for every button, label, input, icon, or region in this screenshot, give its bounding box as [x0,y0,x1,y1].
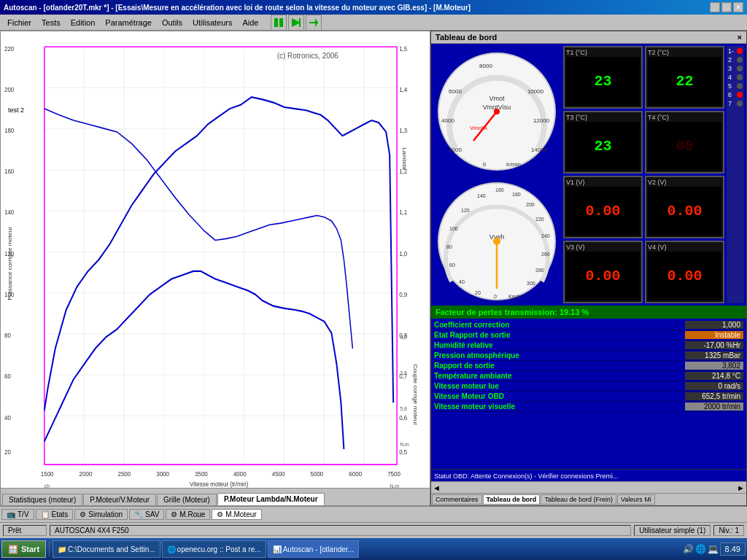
start-button[interactable]: 🪟 Start [1,540,46,558]
taskbar-item-explorer-label: C:\Documents and Settin... [68,545,155,553]
svg-text:6000: 6000 [449,88,462,95]
dashboard-close-btn[interactable]: × [738,33,742,42]
tab-statistiques[interactable]: Statistiques (moteur) [2,494,82,505]
taskbar-item-autoscan[interactable]: 📊 Autoscan - [otlander... [268,540,359,558]
menu-outils[interactable]: Outils [158,18,187,28]
display-v4-label: V4 (V) [648,244,721,251]
info-row-2: Humidité relative -17,00 %Hr [434,341,743,351]
sav-icon: 🔧 [134,510,143,518]
info-row-0: Coefficient correction 1,000 [434,320,743,330]
dash-scroll: ◄ ► [431,481,746,493]
rpm-gauge: 8000 6000 4000 2000 0 tr/min 14000 12000… [433,46,561,174]
mroue-icon: ⚙ [171,510,177,518]
bottom-tab-mmoteur[interactable]: ⚙ M.Moteur [212,509,261,520]
info-value-0: 1,000 [685,321,743,329]
start-label: Start [21,545,39,553]
svg-text:3,8: 3,8 [400,370,407,376]
svg-text:1,4: 1,4 [399,87,407,93]
tab-grille[interactable]: Grille (Moteur) [157,494,217,505]
svg-text:140: 140 [477,193,486,198]
svg-text:80: 80 [446,244,452,249]
bottom-tab-tv[interactable]: 📺 T/V [1,509,34,520]
taskbar-item-browser[interactable]: 🌐 openecu.org :: Post a re... [162,540,266,558]
svg-text:220: 220 [535,217,544,222]
menu-utilisateurs[interactable]: Utilisateurs [188,18,236,28]
number-indicators: 1- 2 3 4 5 [727,46,744,303]
taskbar-item-explorer[interactable]: 📁 C:\Documents and Settin... [53,540,160,558]
info-value-8: 2000 tr/min [685,402,743,411]
bottom-tab-simulation[interactable]: ⚙ Simulation [74,509,128,520]
toolbar-icon-3[interactable] [306,15,322,31]
svg-text:Lambda: Lambda [401,147,408,170]
mmoteur-icon: ⚙ [217,510,223,518]
dash-tab-tableau-frein[interactable]: Tableau de bord (Frein) [541,494,616,505]
svg-text:3,8: 3,8 [400,334,407,341]
svg-text:1,1: 1,1 [399,209,407,216]
info-value-7: 652,5 tr/min [685,392,743,400]
svg-text:240: 240 [541,233,550,238]
scroll-right[interactable]: ► [737,483,745,492]
dash-tab-valeurs[interactable]: Valeurs Mi [617,494,655,505]
svg-rect-0 [274,18,278,27]
display-v3: V3 (V) 0.00 [563,241,643,303]
factor-text: Facteur de pertes transmission: 19.13 % [436,308,589,316]
bottom-tab-etats[interactable]: 📋 Etats [36,509,74,520]
dot-4 [737,74,743,80]
close-btn[interactable]: × [733,2,743,12]
info-label-6: Vitesse moteur lue [434,382,499,390]
svg-rect-3 [299,18,301,27]
taskbar-item-autoscan-label: Autoscan - [otlander... [283,545,354,553]
dash-tab-tableau-de-bord[interactable]: Tableau de bord [483,494,541,505]
scroll-left[interactable]: ◄ [433,483,441,492]
display-v1-label: V1 (V) [566,179,640,186]
menu-fichier[interactable]: Fichier [3,18,36,28]
status-bar: Prêt AUTOSCAN 4X4 F250 Utilisateur simpl… [0,522,747,538]
toolbar-icon-2[interactable] [288,15,304,31]
svg-text:180: 180 [512,192,521,197]
info-row-6: Vitesse moteur lue 0 rad/s [434,381,743,392]
svg-text:0: 0 [494,294,497,299]
svg-text:200: 200 [4,87,15,93]
tray-icon-network: 🌐 [695,544,706,554]
svg-text:7500: 7500 [387,471,400,478]
svg-text:1500: 1500 [41,471,54,478]
menu-edition[interactable]: Edition [66,18,100,28]
svg-text:ch: ch [44,483,50,488]
status-program: AUTOSCAN 4X4 F250 [50,525,631,536]
bottom-tab-sav[interactable]: 🔧 SAV [129,509,164,520]
info-value-2: -17,00 %Hr [685,341,743,349]
dashboard-status-text: Statut OBD: Attente Connexion(s) - Vérif… [434,472,619,480]
svg-text:3000: 3000 [156,471,169,478]
svg-text:160: 160 [495,187,504,192]
svg-text:60: 60 [4,373,11,380]
gauges-displays-area: 8000 6000 4000 2000 0 tr/min 14000 12000… [431,44,746,306]
svg-marker-5 [315,18,318,27]
svg-text:0,6: 0,6 [399,414,407,421]
display-t4-value: 00 [648,122,721,171]
display-t3: T3 (°C) 23 [563,111,643,174]
display-t3-value: 23 [566,122,640,171]
svg-text:4000: 4000 [233,471,247,478]
tab-pmoteur-lambda[interactable]: P.Moteur Lambda/N.Moteur [217,493,325,505]
menu-parametrage[interactable]: Paramétrage [101,18,156,28]
tv-icon: 📺 [7,510,15,518]
dash-tab-commentaires[interactable]: Commentaires [432,494,482,505]
svg-text:0,9: 0,9 [399,292,407,298]
tray-icon-sound: 🔊 [683,544,694,554]
info-value-1: Instable [685,331,743,339]
toolbar-icon-1[interactable] [271,15,287,31]
bottom-tab-mroue[interactable]: ⚙ M.Roue [166,509,210,520]
maximize-btn[interactable]: □ [721,2,732,12]
svg-text:1,2: 1,2 [399,168,407,175]
display-v4-value: 0.00 [648,252,721,300]
svg-text:2500: 2500 [117,471,131,478]
menu-aide[interactable]: Aide [238,18,263,28]
minimize-btn[interactable]: _ [710,2,720,12]
taskbar-item-browser-label: openecu.org :: Post a re... [177,545,261,553]
info-label-0: Coefficient correction [434,321,509,329]
svg-text:140: 140 [4,209,15,216]
menu-tests[interactable]: Tests [37,18,65,28]
tab-pmoteur-vmoteur[interactable]: P.Moteur/V.Moteur [83,494,156,505]
svg-text:0,5: 0,5 [399,449,407,456]
display-v2-label: V2 (V) [648,179,721,186]
